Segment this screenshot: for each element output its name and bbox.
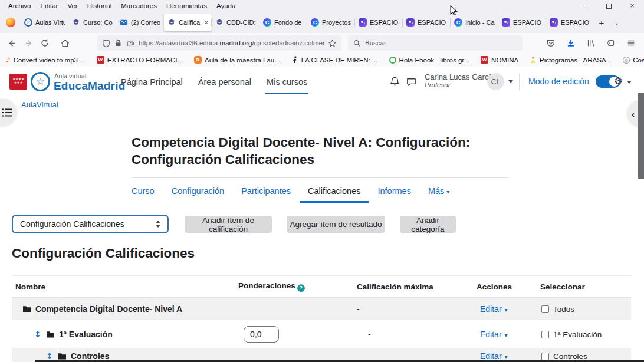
shield-icon[interactable]	[102, 39, 110, 48]
add-grade-item-button[interactable]: Añadir ítem de calificación	[185, 216, 272, 233]
category-name: 1ª Evaluación	[59, 330, 113, 339]
browser-tab[interactable]: ESPACIO DI	[546, 14, 594, 31]
tab-close-icon[interactable]: ×	[205, 19, 208, 26]
window-minimize-button[interactable]: –	[573, 0, 597, 12]
col-seleccionar: Seleccionar	[540, 282, 585, 291]
tab-mas[interactable]: Más▾	[428, 186, 449, 203]
browser-tab[interactable]: ☆Aulas Virtu	[21, 14, 68, 31]
browser-tab[interactable]: CDD-CID: T	[212, 14, 259, 31]
edit-mode-label: Modo de edición	[528, 77, 589, 86]
bookmarks-bar: ♪Convert video to mp3 ... WEXTRACTO FORM…	[0, 53, 644, 67]
lock-icon[interactable]	[114, 39, 122, 47]
window-close-button[interactable]: ×	[620, 0, 644, 12]
genially-icon	[406, 18, 415, 27]
nav-mis-cursos[interactable]: Mis cursos	[267, 68, 307, 96]
menu-marcadores[interactable]: Marcadores	[116, 1, 162, 11]
checkbox[interactable]	[541, 305, 549, 313]
checkbox[interactable]	[541, 331, 549, 338]
new-tab-button[interactable]: +	[594, 15, 609, 30]
back-icon[interactable]	[4, 35, 20, 51]
tab-configuracion[interactable]: Configuración	[172, 186, 224, 203]
canva-icon: C	[454, 18, 462, 27]
tab-calificaciones[interactable]: Calificaciones	[308, 186, 360, 203]
nav-pagina-principal[interactable]: Página Principal	[121, 68, 183, 96]
bookmark-item[interactable]: GCosmética Natural O...	[623, 57, 644, 64]
hamburger-menu-icon[interactable]	[623, 35, 639, 51]
browser-tab[interactable]: ESPACIO DI	[498, 14, 546, 31]
table-row: ↕ 1ª Evaluación - Editar▾ 1ª Evaluación	[12, 320, 631, 348]
pocket-icon[interactable]	[543, 35, 559, 51]
settings-chevron-down-icon[interactable]	[627, 81, 632, 84]
bookmark-star-icon[interactable]	[328, 39, 337, 48]
page-title: Competencia Digital Docente- Nivel A: Co…	[132, 134, 521, 168]
reload-icon[interactable]	[37, 35, 53, 51]
genially-icon	[359, 18, 367, 27]
brand-title[interactable]: EducaMadrid	[54, 80, 126, 93]
search-bar[interactable]: Buscar	[348, 35, 523, 51]
bookmark-item[interactable]: BAula de la maestra Lau...	[194, 56, 280, 64]
downloads-icon[interactable]	[563, 35, 579, 51]
firefox-icon[interactable]	[6, 18, 15, 27]
browser-tab[interactable]: CProyectos	[307, 14, 355, 31]
col-acciones: Acciones	[477, 282, 512, 291]
add-outcome-item-button[interactable]: Agregar ítem de resultado	[287, 216, 385, 233]
course-index-drawer-toggle[interactable]	[0, 99, 17, 126]
edit-menu[interactable]: Editar▾	[480, 304, 508, 314]
chevron-left-icon: ‹	[632, 109, 635, 119]
extensions-icon[interactable]	[603, 35, 619, 51]
messages-icon[interactable]	[406, 77, 417, 88]
menu-archivo[interactable]: Archivo	[4, 1, 35, 11]
breadcrumb[interactable]: AulaVirtual	[21, 100, 58, 109]
menu-ver[interactable]: Ver	[63, 1, 82, 11]
window-maximize-button[interactable]	[597, 0, 620, 12]
browser-tab[interactable]: Curso: Con	[68, 14, 116, 31]
menu-ayuda[interactable]: Ayuda	[212, 1, 240, 11]
edit-menu[interactable]: Editar▾	[480, 330, 508, 339]
tab-curso[interactable]: Curso	[132, 186, 155, 203]
bookmark-item[interactable]: Hola Ebook - libros gr...	[389, 57, 470, 64]
browser-tab[interactable]: (2) Correo	[116, 14, 164, 31]
tab-informes[interactable]: Informes	[377, 186, 410, 203]
col-ponderaciones: Ponderaciones?	[238, 281, 305, 292]
browser-tab[interactable]: ESPACIO DI	[355, 14, 403, 31]
user-menu-chevron-down-icon[interactable]	[508, 80, 513, 83]
url-bar[interactable]: https://aulavirtual36.educa.madrid.org/c…	[97, 35, 341, 51]
permissions-icon[interactable]	[126, 40, 134, 47]
home-icon[interactable]	[57, 35, 73, 51]
notifications-bell-icon[interactable]	[389, 76, 400, 87]
gear-icon[interactable]: ⚙	[614, 75, 623, 87]
chevron-down-icon: ▾	[505, 307, 508, 313]
gradebook-view-select[interactable]: Configuración Calificaciones	[12, 215, 169, 233]
bookmark-item[interactable]: WNOMINA	[481, 56, 518, 64]
list-tabs-chevron-icon[interactable]: ⌄	[609, 15, 625, 30]
add-category-button[interactable]: Añadir categoría	[400, 216, 456, 233]
browser-tab[interactable]: CFondo de p	[259, 14, 307, 31]
bookmark-item[interactable]: WEXTRACTO FORMACI...	[97, 56, 183, 64]
browser-tab-active[interactable]: Califica×	[164, 14, 212, 31]
browser-tab[interactable]: ESPACIO DI	[403, 14, 451, 31]
forward-icon[interactable]	[20, 35, 37, 51]
bookmark-item[interactable]: LA CLASE DE MIREN: ...	[291, 56, 378, 64]
bookmark-item[interactable]: ♪Convert video to mp3 ...	[6, 56, 86, 64]
menu-editar[interactable]: Editar	[35, 1, 63, 11]
menu-herramientas[interactable]: Herramientas	[162, 1, 212, 11]
bottom-edge-artifact	[35, 360, 644, 362]
nav-area-personal[interactable]: Área personal	[198, 68, 251, 96]
tab-participantes[interactable]: Participantes	[241, 186, 291, 203]
canva-icon: C	[263, 18, 271, 27]
help-icon[interactable]: ?	[297, 284, 305, 292]
search-placeholder: Buscar	[365, 40, 386, 47]
gray-circle-icon: G	[623, 57, 630, 64]
green-circle-icon	[389, 57, 396, 64]
col-nombre: Nombre	[15, 282, 45, 291]
library-icon[interactable]	[583, 35, 599, 51]
bookmark-item[interactable]: Pictogramas - ARASA...	[530, 56, 612, 64]
menu-historial[interactable]: Historial	[83, 1, 117, 11]
search-icon	[353, 40, 361, 47]
weight-input[interactable]	[244, 326, 279, 343]
genially-icon	[550, 18, 558, 27]
max-grade-value: -	[357, 304, 360, 314]
scrollbar-thumb[interactable]	[638, 93, 644, 179]
avatar[interactable]: CL	[487, 73, 504, 90]
move-icon[interactable]: ↕	[34, 330, 41, 339]
